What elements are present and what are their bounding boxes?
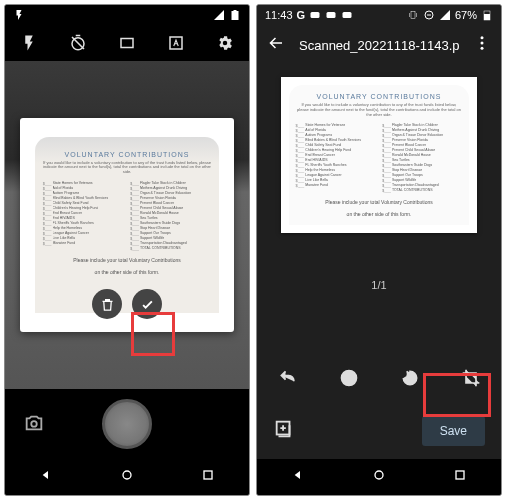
rotate-button[interactable] bbox=[400, 368, 420, 392]
status-bar bbox=[5, 5, 249, 25]
list-item: Mothers Against Drunk Driving bbox=[130, 186, 211, 190]
status-bar: 11:43 G 67% bbox=[257, 5, 501, 25]
doc-footer2: on the other side of this form. bbox=[43, 269, 212, 275]
nav-recents-icon[interactable] bbox=[452, 467, 468, 487]
nav-home-icon[interactable] bbox=[371, 467, 387, 487]
auto-mode-icon[interactable] bbox=[166, 33, 186, 53]
list-item: Manatee Fund bbox=[43, 241, 124, 245]
list-item: Stop Heart Disease bbox=[130, 226, 211, 230]
doc-intro: If you would like to include a voluntary… bbox=[295, 103, 462, 117]
svg-point-23 bbox=[375, 471, 383, 479]
palette-button[interactable] bbox=[339, 368, 359, 392]
undo-button[interactable] bbox=[278, 368, 298, 392]
check-icon bbox=[140, 297, 155, 312]
range-icon bbox=[13, 9, 25, 21]
list-item: Live Like Bella bbox=[295, 178, 376, 182]
add-page-button[interactable] bbox=[273, 418, 295, 444]
bottom-action-bar: Save bbox=[257, 403, 501, 459]
svg-rect-0 bbox=[232, 11, 239, 20]
back-button[interactable] bbox=[267, 34, 285, 56]
document-title[interactable]: Scanned_20221118-1143.pdf bbox=[299, 38, 459, 53]
camera-switch-icon[interactable] bbox=[23, 412, 47, 436]
list-item: Southeastern Guide Dogs bbox=[382, 163, 463, 167]
aspect-icon[interactable] bbox=[117, 33, 137, 53]
list-item: Sea Turtles bbox=[130, 216, 211, 220]
list-item: Transportation Disadvantaged bbox=[130, 241, 211, 245]
list-item: FL Sheriffs Youth Ranches bbox=[43, 221, 124, 225]
status-time: 11:43 bbox=[265, 9, 293, 21]
list-item: League Against Cancer bbox=[295, 173, 376, 177]
list-item: Stop Heart Disease bbox=[382, 168, 463, 172]
nav-bar bbox=[5, 459, 249, 495]
svg-rect-3 bbox=[121, 39, 133, 48]
list-item: Flagler Take Stock in Children bbox=[130, 181, 211, 185]
list-item: Autism Programs bbox=[295, 133, 376, 137]
nav-back-icon[interactable] bbox=[38, 467, 54, 487]
delete-button[interactable] bbox=[92, 289, 122, 319]
list-item: Southeastern Guide Dogs bbox=[130, 221, 211, 225]
list-item: Manatee Fund bbox=[295, 183, 376, 187]
vibrate-icon bbox=[407, 9, 419, 21]
list-item: Transportation Disadvantaged bbox=[382, 183, 463, 187]
list-item: Aid of Florida bbox=[43, 186, 124, 190]
svg-point-21 bbox=[351, 376, 353, 378]
list-item: Ronald McDonald House bbox=[382, 153, 463, 157]
more-button[interactable] bbox=[473, 34, 491, 56]
svg-rect-9 bbox=[327, 12, 336, 18]
list-item: Prevent Child Sexual Abuse bbox=[130, 206, 211, 210]
save-button[interactable]: Save bbox=[422, 416, 485, 446]
svg-rect-14 bbox=[484, 14, 490, 20]
flash-icon[interactable] bbox=[19, 33, 39, 53]
timer-off-icon[interactable] bbox=[68, 33, 88, 53]
list-item: Prevent Child Sexual Abuse bbox=[382, 148, 463, 152]
nav-recents-icon[interactable] bbox=[200, 467, 216, 487]
signal-icon bbox=[439, 9, 451, 21]
confirm-button[interactable] bbox=[132, 289, 162, 319]
list-item: End HIV/AIDS bbox=[295, 158, 376, 162]
scanned-page[interactable]: VOLUNTARY CONTRIBUTIONS If you would lik… bbox=[281, 77, 476, 233]
list-item: Organ & Tissue Donor Education bbox=[382, 133, 463, 137]
list-item: Flagler Take Stock in Children bbox=[382, 123, 463, 127]
doc-title: VOLUNTARY CONTRIBUTIONS bbox=[295, 93, 462, 100]
nav-back-icon[interactable] bbox=[290, 467, 306, 487]
signal-icon bbox=[213, 9, 225, 21]
nav-bar bbox=[257, 459, 501, 495]
list-item: Ronald McDonald House bbox=[130, 211, 211, 215]
camera-bottom-bar bbox=[5, 389, 249, 459]
svg-rect-10 bbox=[343, 12, 352, 18]
scan-preview: VOLUNTARY CONTRIBUTIONS If you would lik… bbox=[20, 118, 235, 333]
scan-body: VOLUNTARY CONTRIBUTIONS If you would lik… bbox=[257, 65, 501, 357]
list-item: State Homes for Veterans bbox=[43, 181, 124, 185]
settings-icon[interactable] bbox=[215, 33, 235, 53]
list-item: Mothers Against Drunk Driving bbox=[382, 128, 463, 132]
page-indicator: 1/1 bbox=[371, 279, 386, 291]
battery-icon bbox=[229, 9, 241, 21]
svg-point-16 bbox=[481, 42, 484, 45]
list-item: Preserve Vision Florida bbox=[130, 196, 211, 200]
crop-button[interactable] bbox=[461, 368, 481, 392]
nav-home-icon[interactable] bbox=[119, 467, 135, 487]
list-item: Support Our Troops bbox=[382, 173, 463, 177]
list-item: Blind Babies & Blind Youth Services bbox=[295, 138, 376, 142]
list-item: Sea Turtles bbox=[382, 158, 463, 162]
svg-rect-8 bbox=[311, 12, 320, 18]
youtube-icon bbox=[309, 9, 321, 21]
list-item: Prevent Blood Cancer bbox=[382, 143, 463, 147]
shutter-button[interactable] bbox=[102, 399, 152, 449]
phone-right-scanner: 11:43 G 67% Scanned_20221118-1143.pdf bbox=[256, 4, 502, 496]
svg-point-17 bbox=[481, 47, 484, 50]
list-item: Preserve Vision Florida bbox=[382, 138, 463, 142]
svg-point-20 bbox=[348, 373, 350, 375]
list-item: End Breast Cancer bbox=[43, 211, 124, 215]
battery-pct: 67% bbox=[455, 9, 477, 21]
list-item: Aid of Florida bbox=[295, 128, 376, 132]
youtube-icon bbox=[341, 9, 353, 21]
list-item: Children's Hearing Help Fund bbox=[295, 148, 376, 152]
list-item: State Homes for Veterans bbox=[295, 123, 376, 127]
phone-left-camera: VOLUNTARY CONTRIBUTIONS If you would lik… bbox=[4, 4, 250, 496]
list-item: FL Sheriffs Youth Ranches bbox=[295, 163, 376, 167]
google-icon: G bbox=[297, 9, 306, 21]
doc-title: VOLUNTARY CONTRIBUTIONS bbox=[43, 151, 212, 158]
doc-footer2: on the other side of this form. bbox=[295, 211, 462, 217]
camera-top-controls bbox=[5, 25, 249, 61]
